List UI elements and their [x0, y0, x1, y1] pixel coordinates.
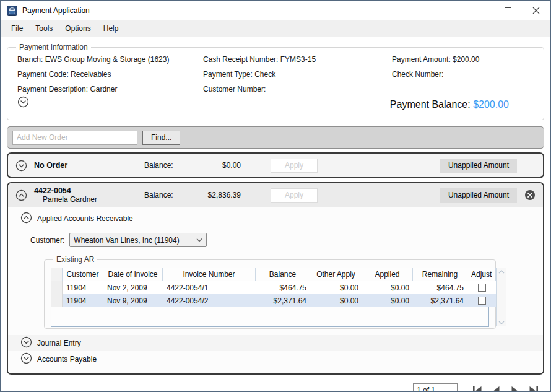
journal-entry-section: Journal Entry [8, 335, 543, 351]
cell-customer: 11904 [63, 281, 103, 294]
cell-invoice: 4422-0054/2 [163, 294, 256, 307]
grid-scrollbar[interactable] [496, 268, 506, 326]
payment-balance-label: Payment Balance: [390, 99, 473, 110]
existing-ar-label: Existing AR [53, 255, 97, 264]
no-order-unapplied-amount-button[interactable]: Unapplied Amount [440, 159, 517, 173]
maximize-button[interactable] [493, 1, 522, 20]
order-collapse-icon[interactable] [15, 189, 28, 201]
branch-field: Branch: EWS Group Moving & Storage (1623… [17, 55, 203, 64]
adjust-checkbox[interactable] [478, 284, 486, 292]
customer-dropdown-value: Wheaton Van Lines, Inc (11904) [74, 236, 196, 245]
col-header-invoice-number[interactable]: Invoice Number [163, 268, 256, 281]
close-button[interactable] [522, 1, 550, 20]
payment-information-group: Payment Information Branch: EWS Group Mo… [7, 47, 544, 120]
add-new-order-input[interactable] [12, 131, 137, 145]
payment-information-label: Payment Information [16, 43, 91, 51]
cell-customer: 11904 [63, 294, 103, 307]
order-unapplied-amount-button[interactable]: Unapplied Amount [440, 188, 517, 203]
existing-ar-group: Existing AR Customer Date of Invoice Inv… [44, 259, 496, 329]
menu-file[interactable]: File [6, 22, 28, 35]
no-order-apply-button[interactable]: Apply [271, 159, 318, 173]
col-header-customer[interactable]: Customer [63, 268, 103, 281]
remove-order-icon[interactable] [524, 189, 536, 201]
payment-amount-field: Payment Amount: $200.00 [392, 55, 534, 64]
existing-ar-grid: Customer Date of Invoice Invoice Number … [51, 268, 489, 327]
payment-description-field: Payment Description: Gardner [17, 85, 203, 94]
order-balance-label: Balance: [144, 191, 191, 199]
menu-options[interactable]: Options [59, 22, 96, 35]
page-number-input[interactable] [413, 383, 458, 392]
order-card-4422-0054: 4422-0054 Pamela Gardner Balance: $2,836… [7, 182, 544, 375]
applied-ar-collapse-icon[interactable] [20, 212, 32, 225]
no-order-title: No Order [34, 161, 67, 170]
customer-label: Customer: [30, 236, 64, 245]
payment-info-expand-icon[interactable] [17, 96, 29, 110]
no-order-balance-label: Balance: [144, 161, 191, 170]
payment-application-window: Payment Application File Tools Options H… [0, 0, 551, 392]
chevron-down-icon [196, 238, 202, 242]
payment-type-field: Payment Type: Check [203, 70, 392, 79]
col-header-balance[interactable]: Balance [256, 268, 310, 281]
cell-balance: $2,371.64 [256, 294, 310, 307]
payment-balance-value: $200.00 [473, 99, 509, 110]
order-card-no-order: No Order Balance: $0.00 Apply Unapplied … [7, 152, 544, 178]
adjust-checkbox[interactable] [478, 297, 486, 305]
accounts-payable-expand-icon[interactable] [20, 352, 32, 366]
order-balance-value: $2,836.39 [191, 191, 241, 199]
customer-dropdown[interactable]: Wheaton Van Lines, Inc (11904) [69, 233, 207, 247]
col-header-remaining[interactable]: Remaining [413, 268, 467, 281]
order-customer-name: Pamela Gardner [43, 195, 144, 204]
pager [7, 383, 544, 392]
table-row[interactable]: 11904 Nov 9, 2009 4422-0054/2 $2,371.64 … [51, 294, 496, 307]
previous-page-button[interactable] [488, 384, 503, 392]
row-selector[interactable] [51, 294, 63, 307]
col-header-date-of-invoice[interactable]: Date of Invoice [103, 268, 163, 281]
next-page-button[interactable] [507, 384, 522, 392]
menu-tools[interactable]: Tools [30, 22, 58, 35]
col-header-adjust[interactable]: Adjust [467, 268, 496, 281]
cell-other-apply: $0.00 [310, 281, 362, 294]
grid-header-row: Customer Date of Invoice Invoice Number … [51, 268, 496, 281]
menu-help[interactable]: Help [98, 22, 124, 35]
order-number: 4422-0054 [34, 186, 144, 195]
table-row[interactable]: 11904 Nov 2, 2009 4422-0054/1 $464.75 $0… [51, 281, 496, 294]
check-number-field: Check Number: [392, 70, 534, 79]
accounts-payable-label: Accounts Payable [37, 355, 97, 364]
applied-ar-label: Applied Accounts Receivable [37, 214, 133, 223]
journal-entry-expand-icon[interactable] [20, 336, 32, 350]
cell-balance: $464.75 [256, 281, 310, 294]
no-order-balance-value: $0.00 [191, 161, 241, 170]
cell-applied: $0.00 [362, 294, 413, 307]
scroll-up-icon[interactable] [498, 270, 505, 274]
cell-applied: $0.00 [362, 281, 413, 294]
cell-date: Nov 2, 2009 [103, 281, 163, 294]
title-bar: Payment Application [1, 1, 550, 20]
accounts-payable-section: Accounts Payable [8, 351, 543, 367]
payment-code-field: Payment Code: Receivables [17, 70, 203, 79]
cell-remaining: $464.75 [413, 281, 467, 294]
window-title: Payment Application [22, 6, 90, 15]
order-apply-button[interactable]: Apply [271, 188, 318, 203]
row-selector[interactable] [51, 281, 63, 294]
app-icon [7, 6, 17, 16]
scroll-down-icon[interactable] [498, 321, 505, 324]
add-order-bar: Find... [7, 126, 544, 149]
find-button[interactable]: Find... [142, 131, 180, 145]
cash-receipt-field: Cash Receipt Number: FYMS3-15 [203, 55, 392, 64]
cell-date: Nov 9, 2009 [103, 294, 163, 307]
no-order-expand-icon[interactable] [15, 160, 28, 172]
journal-entry-label: Journal Entry [37, 339, 81, 347]
payment-balance: Payment Balance: $200.00 [390, 99, 509, 110]
first-page-button[interactable] [470, 384, 485, 392]
col-header-other-apply[interactable]: Other Apply [310, 268, 362, 281]
col-header-applied[interactable]: Applied [362, 268, 413, 281]
customer-number-field: Customer Number: [203, 85, 392, 94]
cell-remaining: $2,371.64 [413, 294, 467, 307]
cell-invoice: 4422-0054/1 [163, 281, 256, 294]
menu-bar: File Tools Options Help [1, 20, 550, 37]
last-page-button[interactable] [526, 384, 540, 392]
cell-other-apply: $0.00 [310, 294, 362, 307]
minimize-button[interactable] [465, 1, 493, 20]
